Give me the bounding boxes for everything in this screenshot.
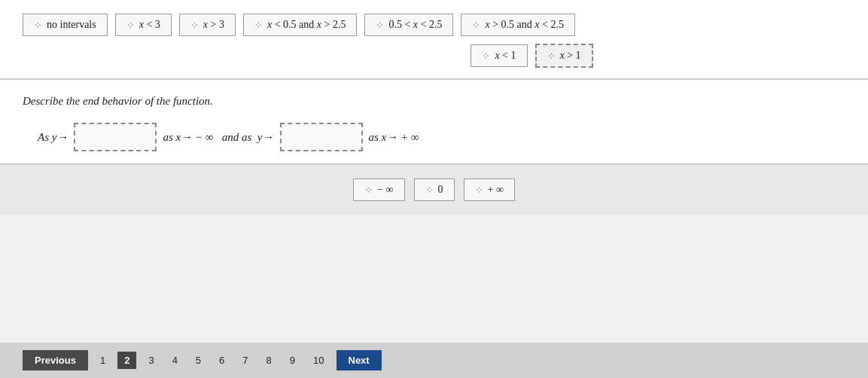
drag-icon-neg-inf: ⁘	[364, 185, 373, 195]
end-behavior-row: As y→ as x→ − ∞ and as y→ as x→ + ∞	[23, 123, 845, 151]
drop-box-left[interactable]	[74, 123, 157, 151]
option-0.5-lt-x-lt-2.5[interactable]: ⁘ 0.5 < x < 2.5	[364, 14, 453, 36]
option-label-x-gt-3: x > 3	[203, 19, 224, 31]
answer-label-zero: 0	[438, 184, 443, 196]
option-label-x-lt-0.5-and-gt-2.5: x < 0.5 and x > 2.5	[267, 19, 346, 31]
page-7[interactable]: 7	[236, 352, 254, 369]
page-9[interactable]: 9	[284, 352, 301, 369]
option-label-0.5-lt-x-lt-2.5: 0.5 < x < 2.5	[388, 19, 442, 31]
option-label-x-lt-3: x < 3	[139, 19, 160, 31]
option-x-lt-0.5-and-gt-2.5[interactable]: ⁘ x < 0.5 and x > 2.5	[243, 14, 357, 36]
drag-icon-x-lt-0.5-and-gt-2.5: ⁘	[254, 20, 263, 30]
answer-label-pos-inf: + ∞	[488, 184, 504, 196]
page-1[interactable]: 1	[94, 352, 111, 369]
bottom-navigation: Previous 1 2 3 4 5 6 7 8 9 10 Next	[0, 343, 868, 378]
page-5[interactable]: 5	[190, 352, 207, 369]
answer-neg-inf[interactable]: ⁘ − ∞	[353, 178, 404, 201]
as-y-label: As y→	[38, 131, 68, 144]
option-no-intervals[interactable]: ⁘ no intervals	[23, 14, 108, 36]
drag-icon-x-lt-3: ⁘	[126, 20, 135, 30]
option-x-lt-3[interactable]: ⁘ x < 3	[115, 14, 172, 36]
option-x-gt-0.5-and-lt-2.5[interactable]: ⁘ x > 0.5 and x < 2.5	[461, 14, 574, 36]
option-label-x-gt-0.5-and-lt-2.5: x > 0.5 and x < 2.5	[485, 19, 563, 31]
options-row-2: ⁘ x < 1 ⁘ x > 1	[23, 44, 845, 68]
option-x-lt-1[interactable]: ⁘ x < 1	[471, 44, 527, 67]
answers-section: ⁘ − ∞ ⁘ 0 ⁘ + ∞	[0, 165, 868, 215]
page-10[interactable]: 10	[307, 352, 330, 369]
option-label-x-gt-1: x > 1	[560, 50, 581, 62]
drag-icon-x-gt-3: ⁘	[190, 20, 199, 30]
drop-box-right[interactable]	[280, 123, 363, 151]
drag-icon-x-gt-1: ⁘	[547, 51, 556, 61]
as-x-neg-inf-label: as x→ − ∞ and as y→	[163, 131, 273, 144]
previous-button[interactable]: Previous	[23, 350, 88, 370]
page-8[interactable]: 8	[260, 352, 278, 369]
options-section: ⁘ no intervals ⁘ x < 3 ⁘ x > 3 ⁘ x < 0.5…	[0, 0, 868, 80]
end-behavior-section: Describe the end behavior of the functio…	[0, 80, 868, 165]
answer-label-neg-inf: − ∞	[377, 184, 393, 196]
answer-zero[interactable]: ⁘ 0	[414, 178, 455, 201]
as-x-pos-inf-label: as x→ + ∞	[369, 131, 419, 144]
page-4[interactable]: 4	[166, 352, 184, 369]
drag-icon-0.5-lt-x-lt-2.5: ⁘	[376, 20, 384, 30]
page-2[interactable]: 2	[117, 352, 136, 369]
page-3[interactable]: 3	[142, 352, 160, 369]
drag-icon-zero: ⁘	[425, 185, 434, 195]
drag-icon-no-intervals: ⁘	[34, 20, 42, 30]
page-6[interactable]: 6	[213, 352, 230, 369]
option-label-no-intervals: no intervals	[47, 19, 96, 31]
next-button[interactable]: Next	[337, 350, 382, 370]
option-x-gt-1[interactable]: ⁘ x > 1	[535, 44, 593, 68]
option-x-gt-3[interactable]: ⁘ x > 3	[179, 14, 236, 36]
option-label-x-lt-1: x < 1	[495, 50, 516, 62]
drag-icon-x-gt-0.5-and-lt-2.5: ⁘	[472, 20, 480, 30]
drag-icon-pos-inf: ⁘	[475, 185, 483, 195]
answer-pos-inf[interactable]: ⁘ + ∞	[464, 178, 515, 201]
instruction-text: Describe the end behavior of the functio…	[23, 95, 845, 108]
drag-icon-x-lt-1: ⁘	[482, 51, 490, 61]
options-row-1: ⁘ no intervals ⁘ x < 3 ⁘ x > 3 ⁘ x < 0.5…	[23, 14, 845, 36]
